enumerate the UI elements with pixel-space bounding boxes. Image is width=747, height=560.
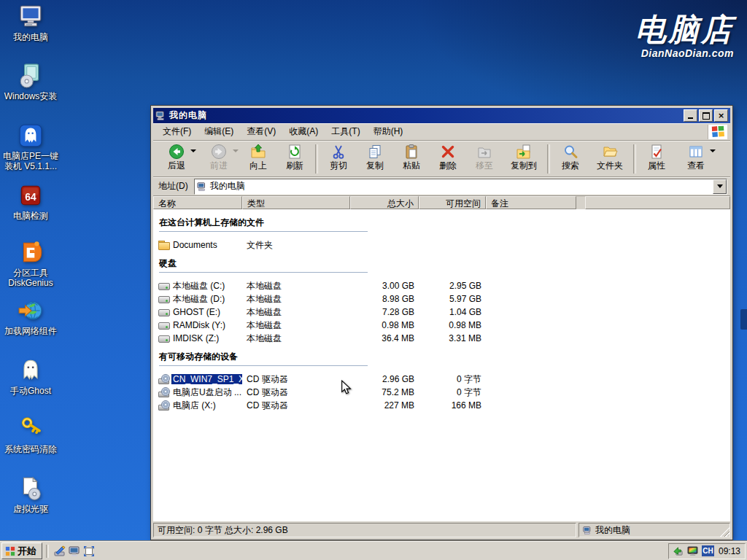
move-to-button[interactable]: 移至 bbox=[466, 142, 503, 176]
address-dropdown-button[interactable] bbox=[713, 179, 727, 194]
my-computer-icon bbox=[18, 4, 44, 30]
item-name[interactable]: 电脑店U盘启动 ... bbox=[171, 387, 242, 397]
item-name[interactable]: 电脑店 (X:) bbox=[171, 400, 217, 411]
quick-launch-computer-icon[interactable] bbox=[67, 544, 82, 559]
desktop-icon-virtual-cdrom[interactable]: 虚拟光驱 bbox=[0, 475, 61, 514]
cd-drive-icon bbox=[158, 387, 171, 397]
forward-icon bbox=[211, 144, 227, 160]
desktop-icon-diskgenius[interactable]: 分区工具 DiskGenius bbox=[0, 239, 61, 288]
desktop-icon-password-clear[interactable]: 系统密码清除 bbox=[0, 416, 61, 454]
column-free-space[interactable]: 可用空间 bbox=[419, 196, 486, 209]
list-row-documents[interactable]: Documents 文件夹 bbox=[153, 238, 730, 252]
address-value: 我的电脑 bbox=[210, 180, 713, 192]
views-button[interactable]: 查看 bbox=[675, 142, 717, 176]
refresh-button[interactable]: 刷新 bbox=[276, 142, 313, 176]
item-name[interactable]: 本地磁盘 (D:) bbox=[171, 294, 226, 304]
item-size: 75.2 MB bbox=[350, 387, 419, 397]
back-button[interactable]: 后退 bbox=[155, 142, 198, 176]
cut-button[interactable]: 剪切 bbox=[320, 142, 357, 176]
paste-label: 粘贴 bbox=[403, 160, 420, 171]
item-name[interactable]: CN_WIN7_SP1_X... bbox=[171, 374, 242, 384]
pc-check-64-icon: 64 bbox=[18, 182, 44, 209]
paste-button[interactable]: 粘贴 bbox=[393, 142, 430, 176]
list-row-cd-win7[interactable]: CN_WIN7_SP1_X... CD 驱动器 2.96 GB 0 字节 bbox=[153, 373, 730, 386]
list-row-drive-z[interactable]: IMDISK (Z:) 本地磁盘 36.4 MB 3.31 MB bbox=[153, 332, 730, 345]
list-row-cd-x[interactable]: 电脑店 (X:) CD 驱动器 227 MB 166 MB bbox=[153, 399, 730, 412]
item-size: 7.28 GB bbox=[350, 307, 419, 317]
delete-button[interactable]: 删除 bbox=[430, 142, 466, 176]
desktop-icon-windows-install[interactable]: Windows安装 bbox=[0, 63, 61, 101]
back-dropdown-arrow[interactable] bbox=[190, 149, 196, 152]
up-button[interactable]: 向上 bbox=[240, 142, 276, 176]
maximize-button[interactable] bbox=[699, 109, 713, 122]
list-row-drive-y[interactable]: RAMDisk (Y:) 本地磁盘 0.98 MB 0.98 MB bbox=[153, 319, 730, 332]
safely-remove-icon[interactable] bbox=[673, 545, 684, 557]
list-row-drive-d[interactable]: 本地磁盘 (D:) 本地磁盘 8.98 GB 5.97 GB bbox=[153, 292, 730, 306]
views-dropdown-arrow[interactable] bbox=[710, 149, 716, 152]
desktop-icon-manual-ghost[interactable]: 手动Ghost bbox=[0, 357, 61, 396]
item-name[interactable]: RAMDisk (Y:) bbox=[171, 320, 227, 330]
forward-dropdown-arrow[interactable] bbox=[233, 149, 239, 152]
menu-view[interactable]: 查看(V) bbox=[240, 123, 282, 140]
item-free: 1.04 GB bbox=[419, 307, 486, 317]
address-input[interactable]: 我的电脑 bbox=[194, 179, 727, 195]
show-desktop-icon[interactable] bbox=[53, 544, 67, 559]
menu-file[interactable]: 文件(F) bbox=[156, 123, 198, 140]
menu-tools[interactable]: 工具(T) bbox=[325, 123, 366, 140]
list-row-drive-e[interactable]: GHOST (E:) 本地磁盘 7.28 GB 1.04 GB bbox=[153, 306, 730, 319]
back-label: 后退 bbox=[168, 160, 185, 171]
item-name[interactable]: IMDISK (Z:) bbox=[171, 333, 220, 343]
menu-favorites[interactable]: 收藏(A) bbox=[282, 123, 325, 140]
properties-button[interactable]: 属性 bbox=[638, 142, 675, 176]
forward-button[interactable]: 前进 bbox=[198, 142, 240, 176]
copy-button[interactable]: 复制 bbox=[357, 142, 393, 176]
window-titlebar[interactable]: 我的电脑 × bbox=[153, 108, 730, 123]
item-size: 0.98 MB bbox=[350, 320, 419, 330]
item-name[interactable]: GHOST (E:) bbox=[171, 307, 222, 317]
svg-text:64: 64 bbox=[25, 192, 36, 203]
list-row-drive-c[interactable]: 本地磁盘 (C:) 本地磁盘 3.00 GB 2.95 GB bbox=[153, 279, 730, 292]
display-settings-icon[interactable] bbox=[687, 545, 699, 557]
group-title: 在这台计算机上存储的文件 bbox=[159, 217, 368, 232]
desktop-icon-pc-check[interactable]: 64 电脑检测 bbox=[0, 182, 61, 221]
column-comments[interactable]: 备注 bbox=[486, 196, 576, 209]
column-total-size[interactable]: 总大小 bbox=[350, 196, 419, 209]
item-type: 本地磁盘 bbox=[242, 293, 350, 306]
ghost-icon bbox=[18, 357, 44, 384]
item-name[interactable]: Documents bbox=[171, 240, 219, 250]
item-size: 36.4 MB bbox=[350, 333, 419, 343]
views-grid-icon bbox=[688, 144, 704, 160]
search-button[interactable]: 搜索 bbox=[552, 142, 589, 176]
language-indicator[interactable]: CH bbox=[702, 545, 714, 556]
column-name[interactable]: 名称 bbox=[153, 196, 242, 209]
address-label: 地址(D) bbox=[155, 180, 194, 192]
system-tray: CH 09:13 bbox=[668, 543, 746, 559]
folders-button[interactable]: 文件夹 bbox=[589, 142, 631, 176]
toolbar: 后退 前进 向上 刷新 剪切 复制 bbox=[153, 141, 730, 177]
menu-edit[interactable]: 编辑(E) bbox=[198, 123, 240, 140]
item-size: 3.00 GB bbox=[350, 281, 419, 291]
desktop-icon-pe-installer[interactable]: 电脑店PE一键 装机 V5.1.1... bbox=[0, 122, 61, 171]
copy-to-button[interactable]: 复制到 bbox=[503, 142, 545, 176]
column-type[interactable]: 类型 bbox=[242, 196, 350, 209]
group-title: 有可移动存储的设备 bbox=[159, 351, 368, 366]
close-button[interactable]: × bbox=[714, 109, 728, 122]
desktop-icon-my-computer[interactable]: 我的电脑 bbox=[0, 4, 61, 42]
taskbar-clock[interactable]: 09:13 bbox=[717, 546, 740, 556]
list-row-cd-usb-boot[interactable]: 电脑店U盘启动 ... CD 驱动器 75.2 MB 0 字节 bbox=[153, 386, 730, 399]
minimize-button[interactable] bbox=[684, 109, 697, 122]
desktop-icon-label: 电脑检测 bbox=[13, 211, 48, 221]
drive-icon bbox=[158, 281, 171, 291]
quick-launch-tool-icon[interactable] bbox=[82, 544, 96, 559]
properties-label: 属性 bbox=[648, 160, 665, 171]
item-name[interactable]: 本地磁盘 (C:) bbox=[171, 281, 226, 291]
cut-label: 剪切 bbox=[330, 160, 347, 171]
drive-icon bbox=[158, 320, 171, 330]
desktop-icon-label: 虚拟光驱 bbox=[13, 504, 48, 514]
start-button[interactable]: 开始 bbox=[1, 542, 42, 559]
desktop-icon-load-network[interactable]: 加载网络组件 bbox=[0, 298, 61, 336]
taskbar-separator bbox=[46, 545, 49, 558]
address-bar: 地址(D) 我的电脑 bbox=[153, 177, 730, 196]
menu-help[interactable]: 帮助(H) bbox=[367, 123, 410, 140]
screen-edge-tab bbox=[740, 309, 747, 330]
